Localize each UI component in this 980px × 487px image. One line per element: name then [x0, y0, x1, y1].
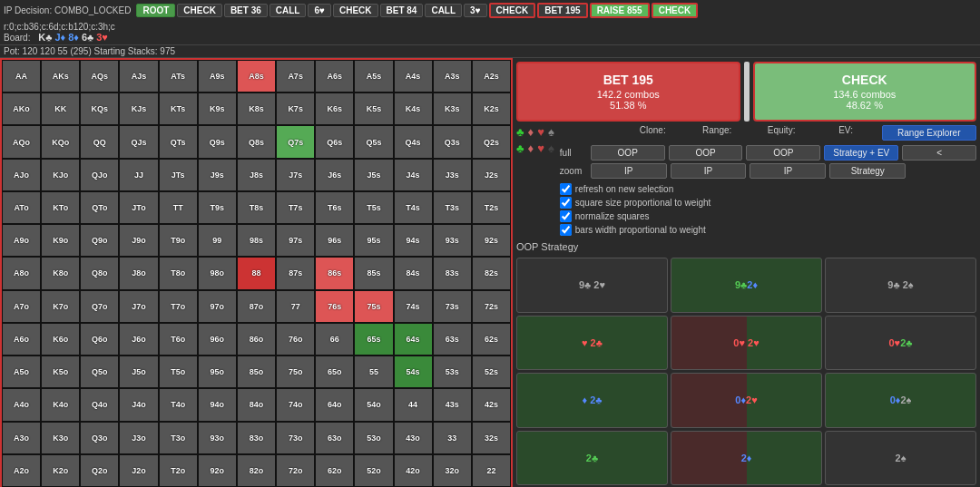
grid-cell-87o[interactable]: 87o: [237, 290, 276, 323]
grid-cell-43s[interactable]: 43s: [433, 388, 472, 421]
grid-cell-Q3o[interactable]: Q3o: [80, 422, 119, 454]
grid-cell-K2s[interactable]: K2s: [472, 93, 511, 125]
grid-cell-J8o[interactable]: J8o: [119, 257, 158, 289]
grid-cell-T7s[interactable]: T7s: [276, 191, 315, 224]
grid-cell-ATo[interactable]: ATo: [2, 191, 41, 224]
grid-cell-Q8s[interactable]: Q8s: [237, 125, 276, 158]
grid-cell-Q6o[interactable]: Q6o: [80, 323, 119, 356]
grid-cell-86o[interactable]: 86o: [237, 323, 276, 356]
nav-bet84-btn[interactable]: BET 84: [380, 4, 424, 17]
nav-3h-btn[interactable]: 3♥: [464, 4, 487, 17]
grid-cell-A2s[interactable]: A2s: [472, 60, 511, 93]
ip-btn-2[interactable]: IP: [671, 163, 747, 179]
grid-cell-AKo[interactable]: AKo: [2, 93, 41, 125]
nav-bet195-btn[interactable]: BET 195: [537, 3, 587, 18]
grid-cell-73o[interactable]: 73o: [276, 422, 315, 454]
grid-cell-T6o[interactable]: T6o: [159, 323, 198, 356]
grid-cell-94s[interactable]: 94s: [394, 224, 433, 257]
grid-cell-T8s[interactable]: T8s: [237, 191, 276, 224]
nav-root-btn[interactable]: ROOT: [136, 4, 175, 17]
grid-cell-22[interactable]: 22: [472, 454, 511, 487]
grid-cell-A8s[interactable]: A8s: [237, 60, 276, 93]
grid-cell-K6s[interactable]: K6s: [315, 93, 354, 125]
card-2s[interactable]: 2♠: [825, 431, 976, 486]
grid-cell-98o[interactable]: 98o: [198, 257, 237, 289]
grid-cell-QJo[interactable]: QJo: [80, 159, 119, 191]
grid-cell-T5o[interactable]: T5o: [159, 356, 198, 388]
oop-btn-1[interactable]: OOP: [591, 145, 665, 161]
grid-cell-A2o[interactable]: A2o: [2, 454, 41, 487]
card-9c-2d[interactable]: 9♣ 2♦: [671, 258, 822, 313]
grid-cell-77[interactable]: 77: [276, 290, 315, 323]
grid-cell-32o[interactable]: 32o: [433, 454, 472, 487]
cb-bars-width-input[interactable]: [560, 224, 572, 236]
card-0d-2h[interactable]: 0♦ 2♥: [671, 373, 822, 428]
grid-cell-75o[interactable]: 75o: [276, 356, 315, 388]
grid-cell-KJo[interactable]: KJo: [41, 159, 80, 191]
grid-cell-K4o[interactable]: K4o: [41, 388, 80, 421]
grid-cell-KTo[interactable]: KTo: [41, 191, 80, 224]
grid-cell-85o[interactable]: 85o: [237, 356, 276, 388]
grid-cell-96o[interactable]: 96o: [198, 323, 237, 356]
grid-cell-82s[interactable]: 82s: [472, 257, 511, 289]
grid-cell-72s[interactable]: 72s: [472, 290, 511, 323]
grid-cell-AQo[interactable]: AQo: [2, 125, 41, 158]
grid-cell-A6s[interactable]: A6s: [315, 60, 354, 93]
grid-cell-T7o[interactable]: T7o: [159, 290, 198, 323]
nav-check-btn-4[interactable]: CHECK: [652, 3, 699, 18]
card-0h-2c[interactable]: 0♥ 2♣: [825, 316, 976, 371]
card-0d-2s[interactable]: 0♦ 2♠: [825, 373, 976, 428]
grid-cell-T8o[interactable]: T8o: [159, 257, 198, 289]
cb-normalize-input[interactable]: [560, 210, 572, 222]
ip-btn-1[interactable]: IP: [591, 163, 667, 179]
grid-cell-Q7s[interactable]: Q7s: [276, 125, 315, 158]
grid-cell-K7s[interactable]: K7s: [276, 93, 315, 125]
grid-cell-T9s[interactable]: T9s: [198, 191, 237, 224]
grid-cell-75s[interactable]: 75s: [354, 290, 393, 323]
grid-cell-A9o[interactable]: A9o: [2, 224, 41, 257]
oop-btn-3[interactable]: OOP: [746, 145, 820, 161]
grid-cell-98s[interactable]: 98s: [237, 224, 276, 257]
grid-cell-88[interactable]: 88: [237, 257, 276, 289]
grid-cell-AKs[interactable]: AKs: [41, 60, 80, 93]
grid-cell-T3s[interactable]: T3s: [433, 191, 472, 224]
grid-cell-AJs[interactable]: AJs: [119, 60, 158, 93]
card-2c[interactable]: 2♣: [516, 431, 668, 486]
grid-cell-52s[interactable]: 52s: [472, 356, 511, 388]
grid-cell-Q9s[interactable]: Q9s: [198, 125, 237, 158]
grid-cell-83s[interactable]: 83s: [433, 257, 472, 289]
grid-cell-ATs[interactable]: ATs: [159, 60, 198, 93]
grid-cell-AA[interactable]: AA: [2, 60, 41, 93]
grid-cell-K5s[interactable]: K5s: [354, 93, 393, 125]
grid-cell-J2o[interactable]: J2o: [119, 454, 158, 487]
grid-cell-42o[interactable]: 42o: [394, 454, 433, 487]
grid-cell-62o[interactable]: 62o: [315, 454, 354, 487]
nav-check-btn-3[interactable]: CHECK: [489, 3, 536, 18]
grid-cell-65s[interactable]: 65s: [354, 323, 393, 356]
grid-cell-TT[interactable]: TT: [159, 191, 198, 224]
grid-cell-K6o[interactable]: K6o: [41, 323, 80, 356]
grid-cell-A8o[interactable]: A8o: [2, 257, 41, 289]
grid-cell-64s[interactable]: 64s: [394, 323, 433, 356]
grid-cell-55[interactable]: 55: [354, 356, 393, 388]
card-2d[interactable]: 2♦: [671, 431, 822, 486]
grid-cell-T4o[interactable]: T4o: [159, 388, 198, 421]
card-h-2c[interactable]: ♥ 2♣: [516, 316, 668, 371]
nav-6h-btn[interactable]: 6♥: [308, 4, 331, 17]
grid-cell-Q7o[interactable]: Q7o: [80, 290, 119, 323]
grid-cell-J5o[interactable]: J5o: [119, 356, 158, 388]
grid-cell-QTs[interactable]: QTs: [159, 125, 198, 158]
grid-cell-KK[interactable]: KK: [41, 93, 80, 125]
grid-cell-AQs[interactable]: AQs: [80, 60, 119, 93]
grid-cell-QTo[interactable]: QTo: [80, 191, 119, 224]
grid-cell-J2s[interactable]: J2s: [472, 159, 511, 191]
check-action[interactable]: CHECK 134.6 combos 48.62 %: [753, 62, 977, 122]
grid-cell-73s[interactable]: 73s: [433, 290, 472, 323]
card-0h-2h[interactable]: 0♥ 2♥: [671, 316, 822, 371]
grid-cell-A3o[interactable]: A3o: [2, 422, 41, 454]
grid-cell-K9o[interactable]: K9o: [41, 224, 80, 257]
grid-cell-Q4o[interactable]: Q4o: [80, 388, 119, 421]
grid-cell-Q2s[interactable]: Q2s: [472, 125, 511, 158]
strategy-ev-btn[interactable]: Strategy + EV: [824, 145, 898, 161]
grid-cell-83o[interactable]: 83o: [237, 422, 276, 454]
